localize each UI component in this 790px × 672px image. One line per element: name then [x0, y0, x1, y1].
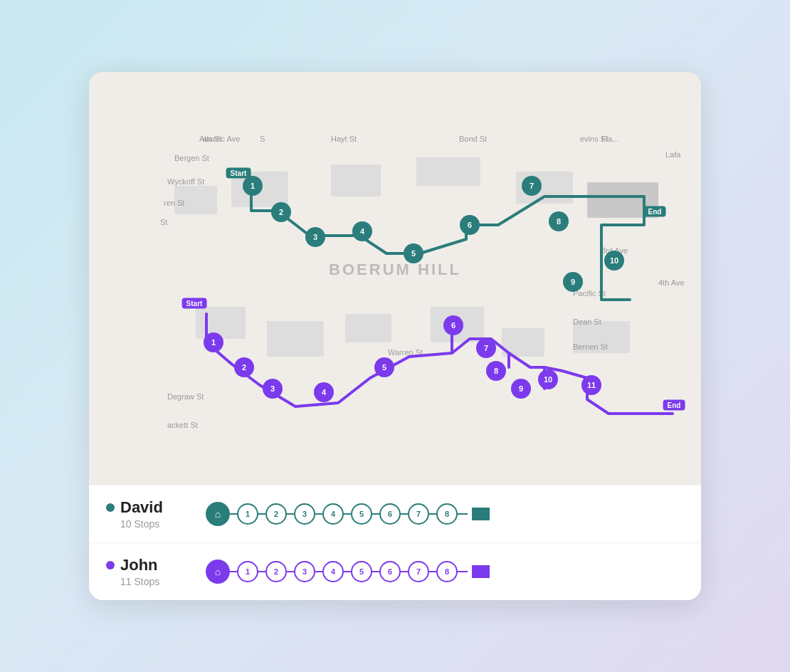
john-line-5 [372, 571, 379, 572]
john-line-4 [344, 571, 351, 572]
john-chain-stop-5: 5 [351, 561, 372, 582]
john-chain: ⌂ 1 2 3 4 5 6 7 8 ••• [206, 560, 684, 584]
john-chain-stop-1: 1 [237, 561, 258, 582]
david-line-1 [258, 513, 265, 515]
john-name-row: John [106, 556, 206, 574]
david-home-icon: ⌂ [206, 502, 230, 526]
david-line-0 [230, 513, 237, 515]
david-stops: 10 Stops [120, 518, 206, 530]
david-line-5 [372, 513, 379, 515]
john-chain-stop-3: 3 [294, 561, 315, 582]
david-line-6 [401, 513, 408, 515]
purple-stop-7: 7 [476, 338, 496, 358]
david-dot [106, 503, 115, 512]
david-line-4 [344, 513, 351, 515]
teal-stop-8: 8 [549, 211, 569, 231]
purple-stop-3: 3 [263, 379, 283, 399]
david-chain-stop-4: 4 [322, 503, 344, 525]
teal-stop-7: 7 [522, 176, 542, 196]
john-info: John 11 Stops [106, 556, 206, 587]
david-chain: ⌂ 1 2 3 4 5 6 7 8 ••• [206, 502, 684, 526]
david-line-2 [287, 513, 294, 515]
john-chain-stop-6: 6 [379, 561, 401, 582]
david-chain-stop-7: 7 [408, 503, 429, 525]
john-more-dots: ••• [472, 565, 490, 578]
david-legend-row: David 10 Stops ⌂ 1 2 3 4 5 6 [89, 485, 701, 542]
david-chain-stop-8: 8 [436, 503, 458, 525]
purple-stop-1: 1 [204, 332, 223, 352]
route-svg [89, 72, 701, 485]
john-line-6 [401, 571, 408, 572]
john-chain-stop-8: 8 [436, 561, 458, 582]
teal-stop-10: 10 [604, 251, 624, 271]
john-name: John [120, 556, 158, 574]
teal-start-label: Start [226, 168, 251, 179]
purple-stop-9: 9 [511, 379, 531, 399]
david-line-3 [315, 513, 322, 515]
john-legend-row: John 11 Stops ⌂ 1 2 3 4 5 6 [89, 542, 701, 600]
john-line-2 [287, 571, 294, 572]
purple-start-label: Start [182, 298, 207, 309]
john-line-8 [458, 571, 468, 572]
john-line-1 [258, 571, 265, 572]
john-dot [106, 561, 115, 569]
john-line-7 [429, 571, 436, 572]
john-line-0 [230, 571, 237, 572]
teal-stop-2: 2 [271, 202, 291, 222]
john-stops: 11 Stops [120, 576, 206, 587]
teal-stop-5: 5 [404, 243, 423, 263]
purple-stop-4: 4 [314, 382, 334, 402]
david-line-7 [429, 513, 436, 515]
david-chain-stop-3: 3 [294, 503, 315, 525]
main-card: Atlantic Ave Bergen St Wyckoff St ren St… [89, 72, 701, 600]
teal-stop-6: 6 [460, 215, 480, 235]
purple-end-label: End [663, 400, 685, 411]
purple-stop-5: 5 [374, 357, 394, 377]
john-home-icon: ⌂ [206, 560, 230, 584]
john-chain-stop-7: 7 [408, 561, 429, 582]
map-section: Atlantic Ave Bergen St Wyckoff St ren St… [89, 72, 701, 485]
david-line-8 [458, 513, 468, 515]
david-name-row: David [106, 498, 206, 517]
david-chain-stop-2: 2 [265, 503, 287, 525]
john-chain-stop-4: 4 [322, 561, 344, 582]
teal-stop-4: 4 [352, 221, 372, 241]
david-chain-stop-5: 5 [351, 503, 372, 525]
david-more-dots: ••• [472, 508, 490, 520]
teal-stop-3: 3 [305, 227, 325, 247]
david-chain-stop-6: 6 [379, 503, 401, 525]
teal-stop-1: 1 [243, 176, 263, 196]
david-chain-stop-1: 1 [237, 503, 258, 525]
john-chain-stop-2: 2 [265, 561, 287, 582]
teal-end-label: End [644, 206, 666, 217]
purple-stop-8: 8 [486, 361, 506, 381]
david-info: David 10 Stops [106, 498, 206, 530]
david-name: David [120, 498, 163, 517]
purple-route-line [206, 314, 673, 414]
legend-section: David 10 Stops ⌂ 1 2 3 4 5 6 [89, 485, 701, 600]
purple-stop-6: 6 [443, 315, 463, 335]
john-line-3 [315, 571, 322, 572]
purple-stop-2: 2 [234, 357, 254, 377]
purple-stop-11: 11 [581, 375, 601, 395]
teal-stop-9: 9 [563, 272, 583, 292]
purple-stop-10: 10 [538, 369, 558, 389]
